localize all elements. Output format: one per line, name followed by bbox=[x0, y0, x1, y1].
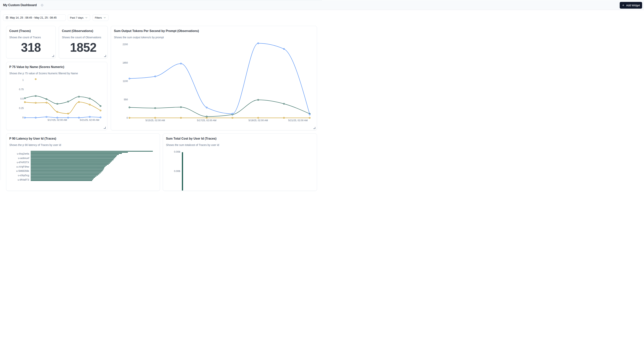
svg-text:5/21/25, 02:00 AM: 5/21/25, 02:00 AM bbox=[288, 119, 308, 122]
svg-text:0.5: 0.5 bbox=[20, 98, 24, 100]
svg-text:0.006: 0.006 bbox=[174, 170, 180, 173]
svg-text:u-d3qr5cg: u-d3qr5cg bbox=[18, 174, 29, 177]
svg-text:0: 0 bbox=[22, 116, 24, 119]
svg-text:5/21/25, 02:00 AM: 5/21/25, 02:00 AM bbox=[80, 119, 99, 121]
svg-text:u-8fVa9T3: u-8fVa9T3 bbox=[18, 178, 29, 180]
svg-text:1100: 1100 bbox=[123, 80, 128, 83]
svg-text:5/15/25, 02:00 AM: 5/15/25, 02:00 AM bbox=[146, 119, 165, 122]
svg-text:5/17/25, 02:00 AM: 5/17/25, 02:00 AM bbox=[48, 119, 67, 121]
svg-text:5/19/25, 02:00 AM: 5/19/25, 02:00 AM bbox=[248, 119, 268, 122]
svg-text:0.75: 0.75 bbox=[19, 88, 24, 91]
svg-text:u-5M8D56k: u-5M8D56k bbox=[16, 169, 29, 172]
svg-text:u-aobnuxf: u-aobnuxf bbox=[18, 157, 29, 160]
svg-text:u-8sq2w4a: u-8sq2w4a bbox=[17, 152, 29, 155]
svg-text:0: 0 bbox=[126, 117, 128, 119]
svg-text:5/17/25, 02:00 AM: 5/17/25, 02:00 AM bbox=[197, 119, 216, 122]
svg-text:550: 550 bbox=[124, 98, 128, 101]
svg-text:1650: 1650 bbox=[122, 62, 128, 64]
svg-text:0.008: 0.008 bbox=[174, 150, 180, 153]
svg-text:1: 1 bbox=[22, 79, 24, 81]
svg-text:u-tFAR5TX: u-tFAR5TX bbox=[17, 161, 29, 164]
svg-text:2200: 2200 bbox=[122, 43, 128, 46]
svg-text:u-zVqP3hw: u-zVqP3hw bbox=[16, 165, 29, 168]
svg-text:0.25: 0.25 bbox=[19, 107, 24, 110]
